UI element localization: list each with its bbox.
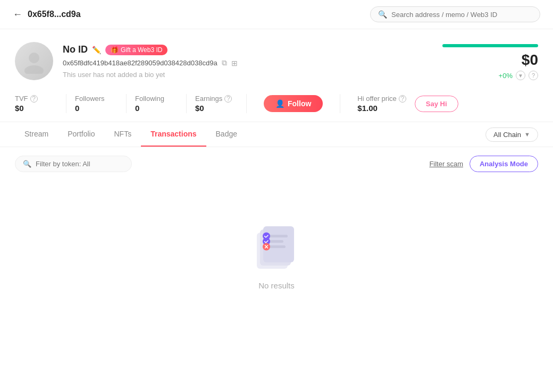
earnings-stat: Earnings ? $0 bbox=[195, 95, 238, 113]
tvf-value: $0 bbox=[15, 104, 57, 113]
tabs-row: Stream Portfolio NFTs Transactions Badge… bbox=[0, 122, 553, 147]
follow-person-icon: 👤 bbox=[275, 99, 284, 108]
gift-web3id-button[interactable]: 🎁 Gift a Web3 ID bbox=[105, 45, 167, 55]
tab-portfolio[interactable]: Portfolio bbox=[58, 122, 104, 147]
hi-offer-help-icon[interactable]: ? bbox=[399, 95, 406, 103]
svg-rect-6 bbox=[269, 240, 283, 243]
change-percentage: +0% bbox=[499, 72, 513, 80]
filter-scam-button[interactable]: Filter scam bbox=[429, 160, 463, 168]
filter-right: Filter scam Analysis Mode bbox=[429, 156, 538, 172]
chevron-down-icon: ▼ bbox=[518, 73, 523, 79]
hi-offer-stat: Hi offer price ? $1.00 bbox=[357, 95, 406, 113]
profile-name-row: No ID ✏️ 🎁 Gift a Web3 ID bbox=[63, 44, 238, 55]
edit-icon[interactable]: ✏️ bbox=[92, 46, 101, 54]
portfolio-summary: $0 +0% ▼ ? bbox=[432, 42, 538, 80]
filter-row: 🔍 Filter scam Analysis Mode bbox=[0, 147, 553, 181]
followers-value: 0 bbox=[75, 104, 118, 113]
top-bar-left: ← 0x65f8...cd9a bbox=[13, 9, 81, 20]
hi-offer-label: Hi offer price ? bbox=[357, 95, 406, 103]
copy-address-button[interactable]: ⧉ bbox=[222, 58, 227, 67]
address-title: 0x65f8...cd9a bbox=[28, 10, 81, 19]
earnings-label: Earnings ? bbox=[195, 95, 238, 103]
following-value: 0 bbox=[135, 104, 178, 113]
followers-label: Followers bbox=[75, 95, 118, 103]
tab-nfts[interactable]: NFTs bbox=[104, 122, 141, 147]
empty-illustration bbox=[253, 223, 300, 272]
followers-stat: Followers 0 bbox=[75, 95, 118, 113]
tab-transactions[interactable]: Transactions bbox=[141, 122, 206, 147]
search-box[interactable]: 🔍 bbox=[370, 6, 540, 22]
change-dropdown-button[interactable]: ▼ bbox=[516, 71, 525, 80]
profile-name: No ID bbox=[63, 44, 88, 55]
empty-state: No results bbox=[0, 181, 553, 311]
search-input[interactable] bbox=[391, 11, 532, 19]
stat-divider-4 bbox=[246, 94, 247, 113]
svg-rect-7 bbox=[269, 245, 286, 248]
filter-input[interactable] bbox=[36, 160, 124, 168]
svg-rect-5 bbox=[269, 235, 288, 237]
stat-divider-2 bbox=[126, 94, 127, 113]
chain-selector-label: All Chain bbox=[493, 131, 521, 139]
back-button[interactable]: ← bbox=[13, 9, 22, 20]
gift-icon: 🎁 bbox=[111, 46, 119, 54]
portfolio-change: +0% ▼ ? bbox=[432, 71, 538, 80]
follow-button[interactable]: 👤 Follow bbox=[264, 95, 323, 112]
hi-offer-value: $1.00 bbox=[357, 104, 406, 113]
chain-selector[interactable]: All Chain ▼ bbox=[485, 127, 538, 142]
stat-divider-1 bbox=[66, 94, 66, 113]
profile-section: No ID ✏️ 🎁 Gift a Web3 ID 0x65f8dfc419b4… bbox=[0, 29, 553, 89]
chevron-down-icon: ▼ bbox=[524, 131, 530, 138]
top-bar: ← 0x65f8...cd9a 🔍 bbox=[0, 0, 553, 29]
say-hi-button[interactable]: Say Hi bbox=[415, 96, 458, 112]
following-label: Following bbox=[135, 95, 178, 103]
profile-left: No ID ✏️ 🎁 Gift a Web3 ID 0x65f8dfc419b4… bbox=[15, 42, 238, 80]
svg-point-1 bbox=[24, 65, 44, 74]
bio-text: This user has not added a bio yet bbox=[63, 71, 238, 79]
portfolio-help-icon[interactable]: ? bbox=[529, 71, 538, 80]
empty-text: No results bbox=[258, 281, 295, 290]
analysis-mode-button[interactable]: Analysis Mode bbox=[470, 156, 538, 172]
filter-input-wrap[interactable]: 🔍 bbox=[15, 156, 132, 172]
stat-divider-5 bbox=[340, 94, 340, 113]
wallet-address: 0x65f8dfc419b418ae82f289059d038428d038cd… bbox=[63, 59, 217, 67]
filter-search-icon: 🔍 bbox=[23, 160, 31, 168]
tab-stream[interactable]: Stream bbox=[15, 122, 58, 147]
portfolio-value: $0 bbox=[432, 52, 538, 69]
search-icon: 🔍 bbox=[378, 10, 387, 19]
earnings-help-icon[interactable]: ? bbox=[224, 95, 232, 103]
following-stat: Following 0 bbox=[135, 95, 178, 113]
tvf-help-icon[interactable]: ? bbox=[30, 95, 38, 103]
wallet-address-row: 0x65f8dfc419b418ae82f289059d038428d038cd… bbox=[63, 58, 238, 67]
tvf-stat: TVF ? $0 bbox=[15, 95, 57, 113]
tvf-label: TVF ? bbox=[15, 95, 57, 103]
earnings-value: $0 bbox=[195, 104, 238, 113]
profile-info: No ID ✏️ 🎁 Gift a Web3 ID 0x65f8dfc419b4… bbox=[63, 42, 238, 79]
qr-code-button[interactable]: ⊞ bbox=[231, 59, 238, 67]
svg-point-0 bbox=[29, 53, 39, 63]
avatar bbox=[15, 42, 53, 80]
stats-row: TVF ? $0 Followers 0 Following 0 Earning… bbox=[0, 89, 553, 122]
portfolio-bar bbox=[442, 44, 538, 47]
tabs: Stream Portfolio NFTs Transactions Badge bbox=[15, 122, 247, 147]
tab-badge[interactable]: Badge bbox=[206, 122, 247, 147]
stat-divider-3 bbox=[186, 94, 187, 113]
